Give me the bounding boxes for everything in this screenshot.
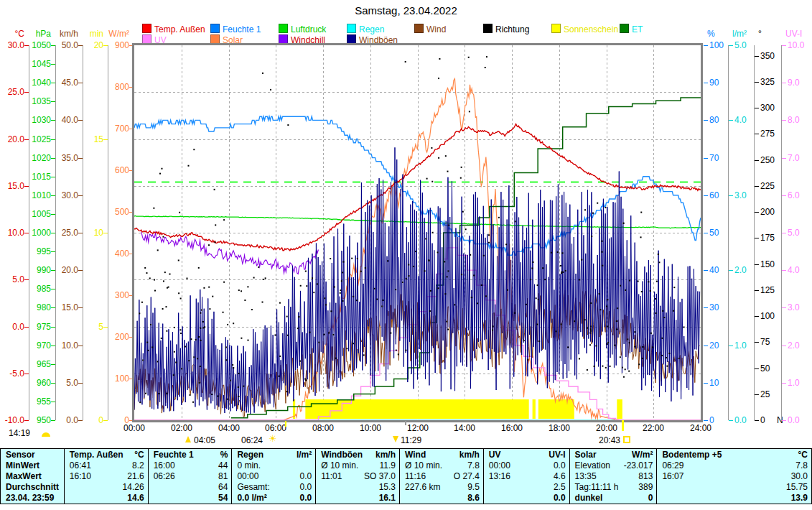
axis-tick-label: 965 (18, 359, 51, 369)
axis-tick-label: 1.0 (788, 378, 812, 388)
legend-label: Feuchte 1 (223, 24, 261, 34)
table-row: 2.5 (484, 482, 569, 493)
table-cell-label: 13:35 (575, 471, 597, 481)
axis-tick (704, 83, 708, 83)
table-row-label-text: 23.04. 23:59 (6, 493, 54, 503)
axis-tick (704, 346, 708, 346)
statistics-table: SensorMinWertMaxWertDurchschnitt23.04. 2… (0, 448, 812, 504)
sunrise-tick (285, 421, 286, 427)
table-column-windb-en: Windböenkm/hØ 10 min.11.911:01SO 37.015.… (315, 449, 399, 504)
table-column-temp-au-en: Temp. Außen°C06:418.216:1021.614.2614.6 (64, 449, 148, 504)
axis-tick-label: 400 (96, 249, 129, 259)
axis-tick-label: 35.0 (45, 153, 78, 163)
axis-tick-label: 10.0 (45, 340, 78, 351)
table-cell-label: dunkel (575, 493, 603, 503)
table-row: 11:16O 27.4 (400, 470, 483, 481)
axis-tick-label: 0.0 (788, 415, 812, 425)
table-cell-value: 9.5 (467, 482, 480, 492)
table-row-label-text: Durchschnitt (6, 482, 59, 492)
legend-label: Wind (426, 24, 446, 34)
table-cell-label: 11:01 (321, 471, 342, 481)
table-row: 14.6 (65, 493, 148, 504)
legend-swatch-icon (347, 24, 356, 33)
axis-tick-label: 15.0 (0, 181, 24, 191)
legend-swatch-icon (414, 24, 424, 33)
axis-tick (78, 158, 83, 159)
axis-tick (755, 186, 759, 187)
table-cell-value: 14.6 (127, 493, 144, 503)
table-cell-value: 8.6 (467, 493, 480, 503)
axis-tick-label: 20.0 (45, 265, 78, 275)
table-row: 16.1 (316, 493, 399, 504)
legend-item-sonnenschein: Sonnenschein (551, 24, 618, 33)
axis-tick (704, 307, 708, 308)
axis-tick-label: 1045 (18, 59, 51, 69)
legend-item-richtung: Richtung (483, 24, 529, 33)
axis-tick (729, 195, 733, 196)
x-axis-tick-label: 24:00 (685, 423, 717, 433)
table-column-header: Regenl/m² (232, 449, 315, 460)
table-cell-value: 0.0 (554, 493, 566, 503)
table-cell-value: SO 37.0 (364, 471, 396, 481)
table-cell-value: 64 (218, 482, 228, 492)
x-axis-tick-label: 18:00 (543, 423, 575, 433)
axis-tick-label: 1035 (18, 96, 51, 106)
axis-tick-label: 70 (709, 153, 742, 163)
table-row: 06:2681 (149, 470, 232, 481)
axis-tick (782, 120, 786, 121)
table-cell-value: 30.0 (791, 471, 808, 481)
axis-tick-label: 225 (760, 181, 793, 191)
table-cell-value: 13.9 (791, 493, 808, 503)
table-row: 13.9 (657, 493, 811, 504)
table-row: Gesamt:0.0 (232, 482, 315, 493)
legend-item-regen: Regen (347, 24, 384, 33)
axis-tick (51, 402, 55, 402)
table-row-label-text: MinWert (6, 460, 39, 470)
table-column-bodentemp-5: Bodentemp +5°C06:297.816:0730.015.7513.9 (656, 449, 811, 504)
axis-tick (755, 368, 759, 369)
table-cell-value: 54 (218, 493, 228, 503)
table-row: 00:000.0 (232, 470, 315, 481)
table-column-name: Windböen (321, 450, 363, 460)
legend-item-feuchte-1: Feuchte 1 (210, 24, 261, 33)
axis-tick (729, 420, 733, 421)
axis-tick-label: 975 (18, 322, 51, 332)
table-cell-value: 44 (218, 460, 228, 470)
table-cell-label: Gesamt: (237, 482, 269, 492)
table-row: 06:418.2 (65, 460, 148, 470)
table-cell-value: 0.0 (300, 482, 312, 492)
x-axis-tick-label: 04:00 (213, 423, 245, 433)
axis-tick (51, 64, 55, 65)
axis-tick (103, 327, 108, 328)
axis-tick-label: 350 (760, 51, 793, 61)
table-row-label: MaxWert (1, 470, 64, 481)
marker-time-label: 11:29 (401, 435, 421, 445)
x-axis-tick-label: 06:00 (260, 423, 291, 433)
axis-tick-label: -5.0 (0, 368, 24, 379)
axis-tick (51, 289, 55, 289)
legend-swatch-icon (279, 24, 288, 33)
axis-tick-label: 15 (70, 134, 103, 144)
table-cell-label: 06:29 (662, 460, 683, 470)
table-row: 13:35813 (570, 470, 657, 481)
axis-tick-label: 10 (70, 228, 103, 238)
table-column-unit: UV-I (549, 450, 565, 460)
x-axis-tick-label: 00:00 (118, 423, 150, 433)
table-cell-label: Tag:11:11 h (575, 482, 619, 492)
axis-tick (729, 45, 733, 46)
table-cell-label: Ø 10 min. (321, 460, 358, 470)
axis-tick-label: 90 (709, 78, 742, 88)
table-cell-label: 0 min. (237, 460, 261, 470)
table-cell-label: 0.0 l/m² (237, 493, 266, 503)
axis-tick (755, 342, 759, 343)
plot-area (132, 43, 703, 422)
axis-tick (704, 195, 708, 196)
x-axis-tick-label: 10:00 (355, 423, 386, 433)
axis-unit-label: W/m² (96, 29, 129, 39)
axis-tick (704, 45, 708, 46)
table-row: 13:164.6 (484, 470, 569, 481)
axis-tick-label: 1025 (18, 134, 51, 144)
table-column-header: Windkm/h (400, 449, 483, 460)
table-column-unit: km/h (375, 450, 396, 460)
legend-item-luftdruck: Luftdruck (279, 24, 326, 33)
